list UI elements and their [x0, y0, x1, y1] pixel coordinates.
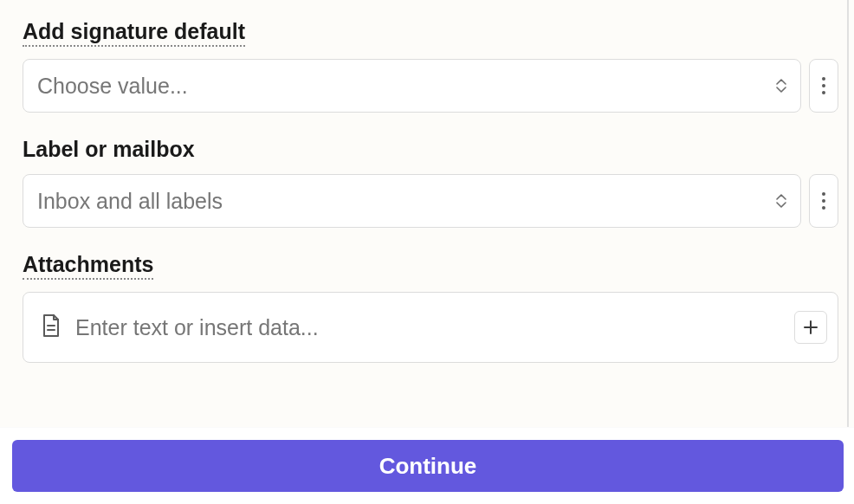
signature-options-button[interactable] — [809, 59, 838, 113]
signature-select[interactable]: Choose value... — [23, 59, 801, 113]
form-area: Add signature default Choose value... La… — [0, 0, 847, 363]
label-mailbox-label: Label or mailbox — [23, 137, 195, 162]
plus-icon — [803, 320, 818, 335]
continue-button[interactable]: Continue — [12, 440, 844, 492]
file-icon — [41, 313, 61, 341]
dots-vertical-icon — [822, 192, 825, 210]
dots-vertical-icon — [822, 77, 825, 94]
attachments-box — [23, 292, 838, 363]
label-mailbox-select-placeholder: Inbox and all labels — [37, 189, 776, 214]
signature-select-placeholder: Choose value... — [37, 74, 776, 99]
attachments-label: Attachments — [23, 252, 153, 280]
label-mailbox-select[interactable]: Inbox and all labels — [23, 174, 801, 228]
attachments-add-button[interactable] — [794, 311, 827, 344]
field-label-mailbox: Label or mailbox Inbox and all labels — [23, 137, 838, 228]
field-attachments: Attachments — [23, 252, 838, 363]
field-signature: Add signature default Choose value... — [23, 19, 838, 113]
chevron-up-down-icon — [776, 79, 786, 93]
label-mailbox-options-button[interactable] — [809, 174, 838, 228]
attachments-input[interactable] — [75, 315, 780, 340]
footer: Continue — [0, 427, 854, 504]
signature-label: Add signature default — [23, 19, 245, 47]
chevron-up-down-icon — [776, 194, 786, 208]
